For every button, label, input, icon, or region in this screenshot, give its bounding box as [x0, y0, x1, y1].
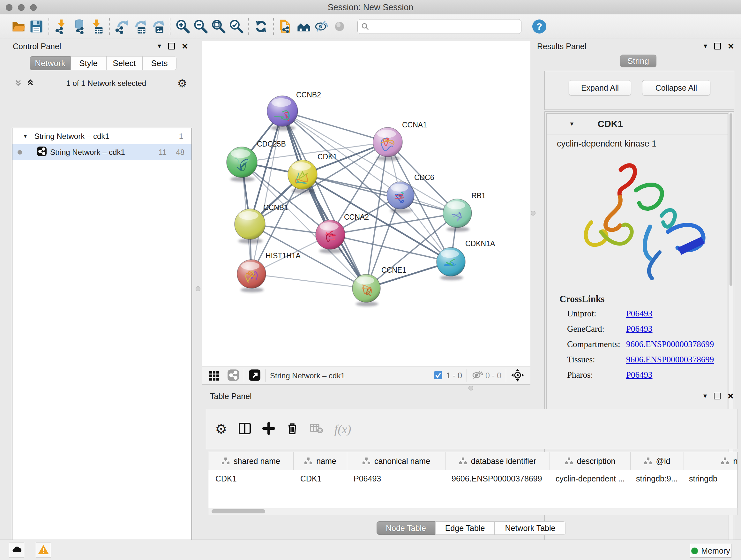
column-header-description[interactable]: description: [550, 452, 630, 470]
right-splitter-handle[interactable]: [531, 211, 536, 215]
network-row[interactable]: String Network – cdk1 11 48: [12, 144, 192, 160]
hidden-eye-slash-icon[interactable]: [471, 369, 483, 382]
network-view-toolbar: String Network – cdk1 1 - 0 0 - 0: [202, 367, 530, 385]
results-panel-menu-icon[interactable]: ▾: [704, 43, 707, 50]
search-input[interactable]: [369, 20, 518, 33]
delete-column-trash-icon[interactable]: [285, 422, 299, 437]
results-panel-close-icon[interactable]: ×: [728, 43, 734, 50]
section-caret-icon[interactable]: ▼: [569, 121, 575, 127]
expand-all-button[interactable]: Expand All: [569, 80, 631, 96]
horizontal-splitter-handle[interactable]: [468, 386, 473, 390]
node-table: shared namenamecanonical namedatabase id…: [208, 452, 738, 509]
control-panel-menu-icon[interactable]: ▾: [158, 43, 161, 50]
selected-checkbox-icon[interactable]: [433, 370, 443, 381]
export-image-button[interactable]: [149, 17, 166, 36]
import-network-from-database-button[interactable]: [70, 17, 88, 36]
zoom-selected-button[interactable]: [227, 17, 245, 36]
home-views-icon: [296, 19, 312, 34]
add-column-plus-icon[interactable]: [262, 422, 276, 437]
tree-caret-icon[interactable]: ▼: [23, 133, 28, 139]
crosslink-link[interactable]: P06493: [626, 324, 653, 334]
open-session-button[interactable]: [10, 17, 27, 36]
import-network-from-file-button[interactable]: [52, 17, 70, 36]
crosslink-link[interactable]: P06493: [626, 309, 653, 319]
show-columns-icon[interactable]: [238, 421, 252, 437]
column-header-namespace[interactable]: namespace: [684, 452, 738, 470]
share-document-button[interactable]: [277, 17, 295, 36]
string-network-badge-icon[interactable]: [227, 369, 239, 382]
crosslinks-list: Uniprot: P06493 GeneCard: P06493 Compart…: [567, 309, 728, 380]
refresh-icon: [253, 19, 269, 34]
zoom-out-button[interactable]: [192, 17, 209, 36]
collapse-all-button[interactable]: Collapse All: [642, 80, 711, 96]
refresh-button[interactable]: [252, 17, 270, 36]
fit-selected-crosshair-icon[interactable]: [511, 368, 525, 383]
table-panel-title: Table Panel: [210, 392, 252, 401]
network-graph[interactable]: CCNB2CCNA1CDC25BCDK1CDC6RB1CCNB1CCNA2HIS…: [202, 41, 530, 367]
tab-style[interactable]: Style: [71, 56, 106, 70]
hierarchy-icon: [644, 457, 652, 465]
column-header-canonical-name[interactable]: canonical name: [347, 452, 446, 470]
control-panel-close-icon[interactable]: ×: [182, 43, 188, 50]
crosslink-label: Tissues:: [567, 355, 626, 365]
table-cell: P06493: [347, 474, 445, 483]
crosslink-link[interactable]: 9606.ENSP00000378699: [626, 339, 714, 349]
control-panel: Control Panel ▾ × NetworkStyleSelectSets…: [4, 41, 189, 540]
tab-sets[interactable]: Sets: [142, 56, 177, 70]
cloud-status-button[interactable]: [9, 542, 24, 557]
results-panel-float-icon[interactable]: [714, 43, 721, 50]
crosslink-link[interactable]: P06493: [626, 370, 653, 380]
column-header-database-identifier[interactable]: database identifier: [446, 452, 550, 470]
crosslink-link[interactable]: 9606.ENSP00000378699: [626, 355, 714, 365]
control-panel-float-icon[interactable]: [168, 43, 175, 50]
network-options-gear-icon[interactable]: ⚙: [178, 77, 187, 90]
network-canvas[interactable]: CCNB2CCNA1CDC25BCDK1CDC6RB1CCNB1CCNA2HIS…: [202, 41, 530, 367]
network-node-label: CDC6: [414, 173, 434, 182]
tab-network[interactable]: Network: [30, 56, 71, 70]
table-panel-float-icon[interactable]: [714, 393, 721, 399]
save-session-icon: [29, 19, 44, 34]
home-views-button[interactable]: [295, 17, 313, 36]
table-panel-menu-icon[interactable]: ▾: [703, 392, 707, 399]
tab-string-results[interactable]: String: [620, 55, 657, 67]
show-all-disabled-button[interactable]: [331, 17, 348, 36]
column-header-name[interactable]: name: [293, 452, 347, 470]
table-row[interactable]: CDK1CDK1P064939606.ENSP00000378699cyclin…: [208, 470, 738, 487]
help-button[interactable]: ?: [530, 17, 548, 36]
network-collection-row[interactable]: ▼ String Network – cdk1 1: [12, 128, 192, 144]
table-scrollbar-thumb[interactable]: [212, 509, 265, 513]
network-status-dot-icon: [17, 150, 22, 154]
zoom-in-button[interactable]: [174, 17, 192, 36]
column-header--id[interactable]: @id: [630, 452, 684, 470]
hierarchy-icon: [221, 457, 230, 465]
export-network-button[interactable]: [113, 17, 131, 36]
results-scrollbar-thumb[interactable]: [730, 113, 732, 286]
collapse-all-tree-icon[interactable]: [25, 78, 35, 89]
table-panel-close-icon[interactable]: ×: [728, 392, 734, 399]
tab-node-table[interactable]: Node Table: [377, 521, 435, 535]
column-header-shared-name[interactable]: shared name: [208, 452, 293, 470]
network-node-label: CCNB2: [296, 91, 321, 99]
memory-button[interactable]: Memory: [690, 544, 731, 558]
zoom-fit-button[interactable]: [209, 17, 227, 36]
table-settings-gear-icon[interactable]: ⚙: [215, 421, 227, 437]
tab-network-table[interactable]: Network Table: [495, 521, 566, 535]
network-node-label: RB1: [471, 192, 486, 200]
birdseye-grid-icon[interactable]: [209, 370, 219, 382]
gene-section-header[interactable]: ▼ CDK1: [547, 114, 728, 134]
hide-selection-button[interactable]: [313, 17, 331, 36]
tab-edge-table[interactable]: Edge Table: [435, 521, 495, 535]
expand-all-tree-icon[interactable]: [13, 78, 23, 89]
export-table-button[interactable]: [131, 17, 149, 36]
delete-table-icon[interactable]: [309, 421, 324, 437]
save-session-button[interactable]: [27, 17, 45, 36]
warnings-button[interactable]: [36, 542, 51, 557]
tab-select[interactable]: Select: [106, 56, 142, 70]
function-builder-icon[interactable]: f(x): [334, 422, 351, 436]
table-cell: cyclin-dependent ...: [549, 474, 629, 483]
network-node-label: CDK1: [318, 152, 337, 161]
open-in-window-icon[interactable]: [249, 369, 261, 382]
left-splitter-handle[interactable]: [196, 287, 200, 291]
table-horizontal-scrollbar[interactable]: [208, 508, 738, 515]
import-table-from-file-button[interactable]: [88, 17, 106, 36]
